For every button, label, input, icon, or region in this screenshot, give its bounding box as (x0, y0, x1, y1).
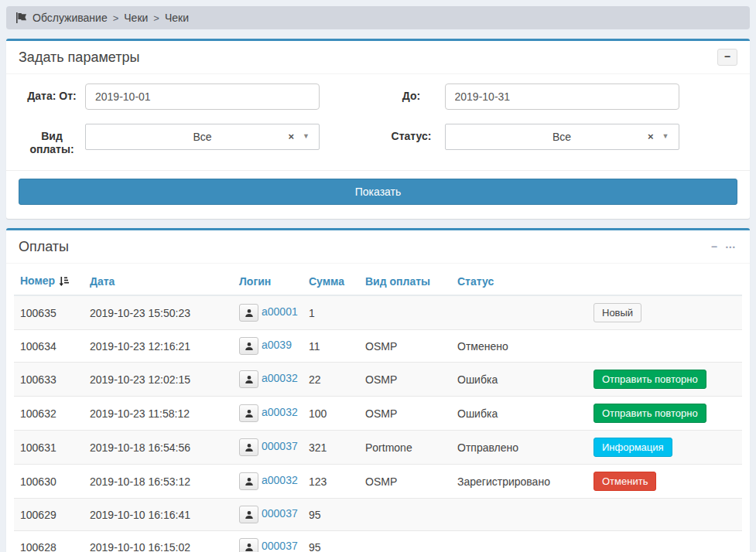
login-link[interactable]: a00032 (262, 406, 298, 418)
payment-type-value: Все (193, 131, 211, 143)
table-row: 100630 2019-10-18 16:53:12 a00032 123 OS… (14, 465, 742, 499)
table-header-row: Номер Дата Логин Сумма Вид оплаты Статус (14, 268, 742, 295)
breadcrumb-separator: > (113, 12, 119, 24)
show-button[interactable]: Показать (19, 179, 737, 205)
cell-amount: 1 (303, 295, 359, 330)
table-row: 100628 2019-10-10 16:15:02 000037 95 (14, 531, 742, 552)
cell-status (451, 531, 587, 552)
cell-action (587, 531, 742, 552)
cell-number: 100633 (14, 363, 84, 397)
cell-date: 2019-10-18 16:53:12 (84, 465, 233, 499)
payments-panel: Оплаты − ⋯ Номер Дата Логин (6, 228, 750, 552)
action-button[interactable]: Отправить повторно (594, 404, 706, 423)
cell-login: a0039 (233, 330, 303, 363)
column-header-login[interactable]: Логин (233, 268, 303, 295)
cell-action: Информация (587, 431, 742, 465)
payment-type-select[interactable]: Все × ▼ (85, 124, 320, 150)
payments-table: Номер Дата Логин Сумма Вид оплаты Статус… (14, 268, 742, 552)
breadcrumb-separator: > (153, 12, 159, 24)
cell-login: 000037 (233, 499, 303, 531)
flag-icon (15, 12, 27, 23)
cell-login: a00032 (233, 397, 303, 431)
cell-number: 100629 (14, 499, 84, 531)
status-select[interactable]: Все × ▼ (445, 124, 679, 150)
cell-number: 100635 (14, 295, 84, 330)
more-options-button[interactable]: ⋯ (724, 241, 737, 252)
cell-amount: 22 (303, 363, 359, 397)
column-header-payment-type[interactable]: Вид оплаты (359, 268, 451, 295)
cell-action (587, 330, 742, 363)
breadcrumb-item-service[interactable]: Обслуживание (32, 12, 108, 24)
date-to-label: До: (378, 83, 445, 103)
login-link[interactable]: a0039 (262, 339, 292, 351)
cell-number: 100628 (14, 531, 84, 552)
cell-amount: 95 (303, 531, 359, 552)
user-icon-button[interactable] (239, 404, 258, 422)
action-button[interactable]: Отменить (594, 472, 656, 491)
table-row: 100633 2019-10-23 12:02:15 a00032 22 OSM… (14, 363, 742, 397)
cell-payment-type (359, 295, 451, 330)
cell-amount: 321 (303, 431, 359, 465)
user-icon-button[interactable] (239, 472, 258, 490)
login-link[interactable]: a00032 (262, 474, 298, 486)
column-header-amount[interactable]: Сумма (303, 268, 359, 295)
breadcrumb-item-checks[interactable]: Чеки (124, 12, 148, 24)
filters-panel: Задать параметры − Дата: От: До: Вид опл… (6, 39, 750, 219)
cell-payment-type (359, 531, 451, 552)
filters-panel-title: Задать параметры (19, 48, 139, 66)
cell-login: a00032 (233, 363, 303, 397)
date-to-input[interactable] (445, 83, 679, 110)
collapse-button[interactable]: − (717, 49, 737, 66)
cell-action: Новый (587, 295, 742, 330)
date-from-input[interactable] (85, 83, 320, 110)
table-row: 100629 2019-10-10 16:16:41 000037 95 (14, 499, 742, 531)
cell-login: a00001 (233, 295, 303, 330)
cell-date: 2019-10-10 16:15:02 (84, 531, 233, 552)
status-label: Статус: (378, 124, 445, 143)
cell-number: 100630 (14, 465, 84, 499)
clear-icon[interactable]: × (648, 131, 654, 143)
cell-payment-type: OSMP (359, 363, 451, 397)
action-button[interactable]: Отправить повторно (594, 370, 706, 389)
action-button[interactable]: Новый (594, 303, 641, 322)
user-icon-button[interactable] (239, 337, 258, 355)
cell-number: 100631 (14, 431, 84, 465)
user-icon-button[interactable] (239, 438, 258, 456)
cell-date: 2019-10-18 16:54:56 (84, 431, 233, 465)
breadcrumb: Обслуживание > Чеки > Чеки (6, 6, 750, 29)
user-icon-button[interactable] (239, 370, 258, 388)
login-link[interactable]: 000037 (262, 440, 298, 452)
cell-payment-type: OSMP (359, 465, 451, 499)
page: Обслуживание > Чеки > Чеки Задать параме… (0, 0, 756, 552)
chevron-down-icon: ▼ (662, 132, 669, 140)
column-header-date[interactable]: Дата (84, 268, 233, 295)
user-icon-button[interactable] (239, 506, 258, 523)
action-button[interactable]: Информация (594, 438, 672, 457)
table-row: 100635 2019-10-23 15:50:23 a00001 1 Новы… (14, 295, 742, 330)
breadcrumb-item-checks-page[interactable]: Чеки (165, 12, 189, 24)
login-link[interactable]: a00032 (262, 372, 298, 384)
filters-panel-header: Задать параметры − (6, 41, 750, 74)
filters-panel-body: Дата: От: До: Вид оплаты: Все × ▼ (6, 74, 750, 219)
cell-status: Отправлено (451, 431, 587, 465)
cell-payment-type: OSMP (359, 397, 451, 431)
minimize-button[interactable]: − (710, 241, 719, 252)
clear-icon[interactable]: × (288, 131, 294, 143)
login-link[interactable]: 000037 (262, 507, 298, 520)
payments-panel-header: Оплаты − ⋯ (6, 230, 750, 264)
cell-status: Ошибка (451, 363, 587, 397)
user-icon-button[interactable] (239, 304, 258, 322)
table-row: 100632 2019-10-23 11:58:12 a00032 100 OS… (14, 397, 742, 431)
payments-panel-title: Оплаты (19, 237, 69, 256)
payment-type-label: Вид оплаты: (19, 124, 85, 156)
sort-amount-icon (58, 276, 69, 288)
user-icon-button[interactable] (239, 538, 258, 552)
column-header-number[interactable]: Номер (14, 268, 84, 295)
cell-action: Отменить (587, 465, 742, 499)
cell-status (451, 295, 587, 330)
date-from-label: Дата: От: (19, 83, 85, 103)
login-link[interactable]: a00001 (262, 305, 298, 318)
column-header-status[interactable]: Статус (451, 268, 587, 295)
cell-action: Отправить повторно (587, 397, 742, 431)
login-link[interactable]: 000037 (262, 540, 298, 552)
